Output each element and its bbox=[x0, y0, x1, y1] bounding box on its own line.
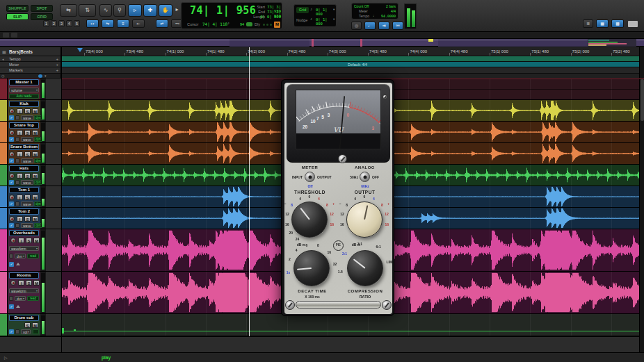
solo-button[interactable]: S bbox=[24, 108, 31, 114]
timebase-toggle[interactable]: ✓ bbox=[9, 201, 14, 206]
insertion-follows-playback-button[interactable]: ⇤ bbox=[132, 19, 145, 28]
main-counter-dropdown-arrow[interactable]: ▾ bbox=[241, 8, 243, 13]
mute-button[interactable]: M bbox=[32, 322, 38, 328]
view-selector[interactable]: wave bbox=[21, 137, 33, 142]
ruler-label[interactable]: 75|1| 000 bbox=[491, 49, 508, 54]
record-arm-button[interactable] bbox=[10, 238, 16, 243]
window-icon-2[interactable] bbox=[11, 33, 17, 38]
zoom-preset-2[interactable]: 2 bbox=[51, 20, 57, 27]
solo-button[interactable]: S bbox=[24, 195, 31, 200]
dyn-selector[interactable]: dyn▾ bbox=[15, 254, 26, 258]
record-arm-button[interactable] bbox=[10, 280, 16, 286]
compression-ratio-knob[interactable] bbox=[347, 250, 383, 286]
solo-button[interactable]: S bbox=[26, 238, 32, 243]
view-selector[interactable]: wave bbox=[21, 201, 33, 206]
track-color-strip[interactable] bbox=[0, 79, 8, 99]
solo-button[interactable]: S bbox=[24, 216, 31, 222]
count-in-button[interactable]: ⇉ bbox=[378, 22, 389, 30]
timebase-toggle[interactable]: ✓ bbox=[9, 158, 14, 163]
ruler-label[interactable]: 75|2| 000 bbox=[572, 49, 590, 54]
expand-triangle-icon[interactable] bbox=[16, 305, 20, 308]
view-selector[interactable]: wave bbox=[21, 180, 33, 185]
record-arm-button[interactable] bbox=[9, 173, 15, 179]
elastic-audio-button[interactable] bbox=[9, 254, 13, 258]
track-color-strip[interactable] bbox=[0, 186, 8, 207]
elastic-audio-button[interactable] bbox=[15, 137, 19, 142]
ruler-label[interactable]: 73|4| 480 bbox=[126, 49, 143, 54]
track-color-strip[interactable] bbox=[0, 272, 8, 313]
ruler-label[interactable]: 74|4| 480 bbox=[451, 49, 468, 54]
ruler-label[interactable]: 74|1| 000 bbox=[167, 49, 184, 54]
footer-expand-icon[interactable]: ▷ bbox=[4, 355, 8, 360]
record-arm-button[interactable] bbox=[9, 216, 15, 222]
analog-switch-value[interactable]: 60Hz bbox=[351, 184, 380, 188]
elastic-audio-button[interactable] bbox=[15, 223, 19, 228]
track-name[interactable]: Master 1 bbox=[9, 79, 39, 85]
timebase-toggle[interactable]: ✓ bbox=[9, 137, 14, 142]
view-selector[interactable]: wave bbox=[21, 115, 33, 120]
automation-mode-selector[interactable]: read bbox=[27, 296, 39, 301]
meter-label[interactable]: Meter bbox=[359, 9, 368, 13]
solo-button[interactable]: S bbox=[24, 173, 31, 179]
track-name[interactable]: Kick bbox=[9, 101, 39, 107]
view-selector[interactable]: waveform▾ bbox=[9, 288, 39, 293]
mute-button[interactable]: M bbox=[32, 130, 38, 135]
ruler-label[interactable]: 75|1| 480 bbox=[531, 49, 549, 54]
track-color-strip[interactable] bbox=[0, 314, 8, 336]
mode-spot-button[interactable]: SPOT bbox=[31, 5, 53, 12]
ruler-header-meter[interactable]: Meter + bbox=[0, 62, 61, 67]
meter-default-event[interactable]: Default: 4/4 bbox=[348, 63, 367, 67]
scrubber-tool-button[interactable]: ∿ bbox=[99, 4, 112, 17]
count-off-label[interactable]: Count Off bbox=[354, 4, 369, 8]
track-name[interactable]: Snare Bottom bbox=[9, 144, 39, 150]
input-monitor-button[interactable]: I bbox=[17, 173, 23, 179]
ruler-label[interactable]: 74|2| 480 bbox=[289, 49, 306, 54]
layered-edit-button[interactable]: ≡ bbox=[117, 19, 129, 28]
bars-beats-ruler[interactable]: 73|4| 00073|4| 48074|1| 00074|1| 48074|2… bbox=[61, 47, 644, 56]
track-color-strip[interactable] bbox=[0, 122, 8, 142]
input-monitor-button[interactable]: I bbox=[18, 280, 24, 286]
automation-mode-selector[interactable]: read bbox=[27, 254, 39, 258]
midi-editor-button[interactable]: ▦ bbox=[596, 19, 609, 28]
toolbar-menu-button[interactable]: ≣ bbox=[583, 19, 593, 28]
insertion-tool-button[interactable]: ⇅ bbox=[79, 4, 96, 17]
track-name[interactable]: Rooms bbox=[9, 272, 39, 279]
input-monitor-button[interactable]: I bbox=[17, 216, 23, 222]
elastic-audio-button[interactable] bbox=[9, 296, 13, 301]
tempo-ruler-toggle[interactable] bbox=[246, 22, 252, 26]
track-color-strip[interactable] bbox=[0, 165, 8, 186]
view-selector[interactable]: vol▾ bbox=[21, 329, 31, 334]
nudge-label[interactable]: Nudge bbox=[296, 18, 307, 22]
window-icon-1[interactable] bbox=[3, 33, 9, 38]
tool-flyout-arrow[interactable]: ▸ bbox=[174, 4, 180, 17]
elastic-audio-button[interactable] bbox=[15, 180, 19, 185]
edit-group-icon[interactable] bbox=[38, 74, 42, 78]
wait-for-note-button[interactable]: ◎ bbox=[351, 22, 362, 30]
add-tempo-event-button[interactable]: + bbox=[56, 57, 58, 61]
record-arm-button[interactable] bbox=[9, 108, 15, 114]
ruler-label[interactable]: 75|2| 480 bbox=[613, 49, 630, 54]
ruler-label[interactable]: 73|4| 000 bbox=[86, 49, 103, 54]
input-monitor-button[interactable]: I bbox=[17, 151, 23, 157]
solo-button[interactable]: S bbox=[24, 130, 31, 135]
record-arm-button[interactable] bbox=[9, 151, 15, 157]
timebase-toggle[interactable]: ✓ bbox=[9, 262, 14, 267]
elastic-audio-button[interactable] bbox=[15, 201, 19, 206]
mode-slip-button[interactable]: SLIP bbox=[6, 13, 29, 20]
edit-cursor-marker[interactable] bbox=[77, 48, 83, 52]
input-monitor-button[interactable]: I bbox=[17, 108, 23, 114]
track-color-strip[interactable] bbox=[0, 143, 8, 164]
smart-trim-tool-button[interactable]: ▹ bbox=[128, 4, 142, 17]
playhead[interactable] bbox=[249, 47, 250, 336]
elastic-audio-button[interactable] bbox=[15, 329, 19, 334]
mute-button[interactable]: M bbox=[32, 151, 38, 157]
zoom-preset-4[interactable]: 4 bbox=[66, 20, 72, 27]
track-name[interactable]: Tom 1 bbox=[9, 187, 39, 193]
ruler-header-tempo[interactable]: ◂ Tempo + bbox=[0, 56, 61, 62]
ruler-label[interactable]: 74|3| 000 bbox=[329, 49, 346, 54]
track-name[interactable]: Snare Top bbox=[9, 122, 39, 129]
global-mute-badge[interactable]: M bbox=[274, 22, 280, 28]
ruler-label[interactable]: 74|3| 480 bbox=[369, 49, 387, 54]
elastic-audio-button[interactable] bbox=[15, 158, 19, 163]
ruler-label[interactable]: 74|1| 480 bbox=[207, 49, 225, 54]
